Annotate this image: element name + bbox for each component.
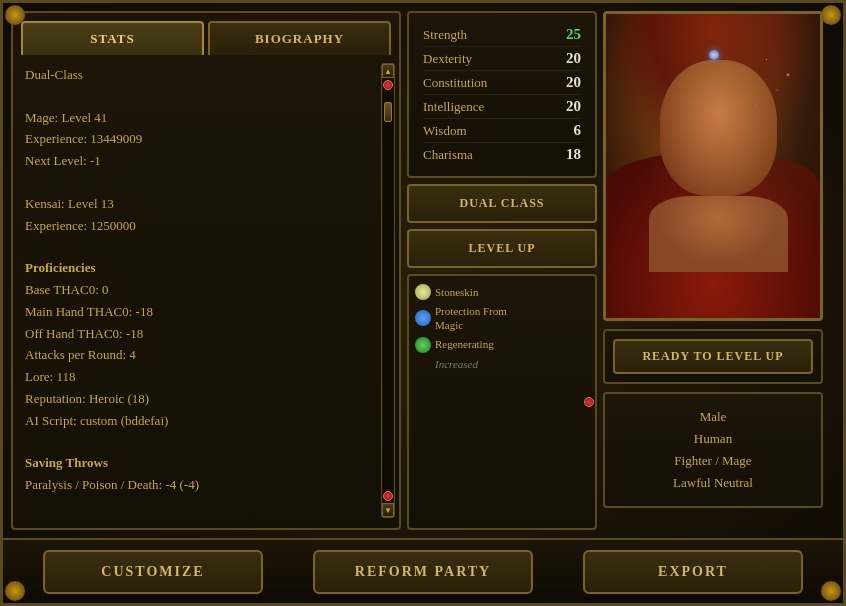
dexterity-label: Dexterity <box>423 51 472 67</box>
level-up-button[interactable]: LEVEL UP <box>407 229 597 268</box>
left-panel: STATS BIOGRAPHY Dual-Class Mage: Level 4… <box>11 11 401 530</box>
wisdom-value: 6 <box>551 122 581 139</box>
char-alignment: Lawful Neutral <box>617 472 809 494</box>
char-gender: Male <box>617 406 809 428</box>
para-save: Paralysis / Poison / Death: -4 (-4) <box>25 475 387 496</box>
regenerating-icon <box>415 337 431 353</box>
content-area: STATS BIOGRAPHY Dual-Class Mage: Level 4… <box>3 3 843 538</box>
stoneskin-icon <box>415 284 431 300</box>
wisdom-label: Wisdom <box>423 123 467 139</box>
scroll-up-arrow[interactable]: ▲ <box>382 64 394 78</box>
action-buttons: DUAL CLASS LEVEL UP <box>407 184 597 268</box>
dual-class-button[interactable]: DUAL CLASS <box>407 184 597 223</box>
reform-party-button[interactable]: REFORM PARTY <box>313 550 533 594</box>
kensai-level: Kensai: Level 13 <box>25 194 387 215</box>
stats-content: Dual-Class Mage: Level 41 Experience: 13… <box>13 55 399 528</box>
portrait-particles <box>606 14 820 318</box>
mage-level: Mage: Level 41 <box>25 108 387 129</box>
portrait-area <box>603 11 823 321</box>
attributes-box: Strength 25 Dexterity 20 Constitution 20… <box>407 11 597 178</box>
main-window: STATS BIOGRAPHY Dual-Class Mage: Level 4… <box>0 0 846 606</box>
bottom-bar: CUSTOMIZE REFORM PARTY EXPORT <box>3 538 843 603</box>
strength-row: Strength 25 <box>423 23 581 47</box>
ability-increased: Increased <box>415 355 575 373</box>
char-race: Human <box>617 428 809 450</box>
dual-class-label: Dual-Class <box>25 65 387 86</box>
abilities-box: Stoneskin Protection FromMagic Regenerat… <box>407 274 597 530</box>
base-thac0: Base THAC0: 0 <box>25 280 387 301</box>
ability-protection: Protection FromMagic <box>415 302 575 335</box>
dexterity-value: 20 <box>551 50 581 67</box>
kensai-exp: Experience: 1250000 <box>25 216 387 237</box>
strength-value: 25 <box>551 26 581 43</box>
tab-stats[interactable]: STATS <box>21 21 204 55</box>
protection-text: Protection FromMagic <box>435 304 507 333</box>
constitution-row: Constitution 20 <box>423 71 581 95</box>
intelligence-value: 20 <box>551 98 581 115</box>
char-info-box: Male Human Fighter / Mage Lawful Neutral <box>603 392 823 508</box>
reputation: Reputation: Heroic (18) <box>25 389 387 410</box>
scroll-top-gem <box>383 80 393 90</box>
charisma-label: Charisma <box>423 147 473 163</box>
corner-decoration-bl <box>5 581 25 601</box>
corner-decoration-br <box>821 581 841 601</box>
lore: Lore: 118 <box>25 367 387 388</box>
stats-scrollbar[interactable]: ▲ ▼ <box>381 63 395 518</box>
abilities-scroll-gem <box>584 397 594 407</box>
middle-panel: Strength 25 Dexterity 20 Constitution 20… <box>407 11 597 530</box>
intelligence-label: Intelligence <box>423 99 484 115</box>
mage-exp: Experience: 13449009 <box>25 129 387 150</box>
customize-button[interactable]: CUSTOMIZE <box>43 550 263 594</box>
scroll-track[interactable] <box>383 92 393 489</box>
charisma-value: 18 <box>551 146 581 163</box>
ready-to-levelup-button[interactable]: Ready to Level Up <box>613 339 813 374</box>
stoneskin-text: Stoneskin <box>435 285 478 299</box>
ability-regenerating: Regenerating <box>415 335 575 355</box>
intelligence-row: Intelligence 20 <box>423 95 581 119</box>
right-panel: Ready to Level Up Male Human Fighter / M… <box>603 11 823 530</box>
scroll-thumb[interactable] <box>384 102 392 122</box>
corner-decoration-tr <box>821 5 841 25</box>
constitution-value: 20 <box>551 74 581 91</box>
off-thac0: Off Hand THAC0: -18 <box>25 324 387 345</box>
scroll-down-arrow[interactable]: ▼ <box>382 503 394 517</box>
ability-stoneskin: Stoneskin <box>415 282 575 302</box>
export-button[interactable]: EXPORT <box>583 550 803 594</box>
portrait-canvas <box>606 14 820 318</box>
scroll-bottom-gem <box>383 491 393 501</box>
proficiencies-title: Proficiencies <box>25 258 387 279</box>
tab-biography[interactable]: BIOGRAPHY <box>208 21 391 55</box>
corner-decoration-tl <box>5 5 25 25</box>
constitution-label: Constitution <box>423 75 487 91</box>
level-up-area: Ready to Level Up <box>603 329 823 384</box>
strength-label: Strength <box>423 27 467 43</box>
increased-text: Increased <box>435 357 478 371</box>
main-thac0: Main Hand THAC0: -18 <box>25 302 387 323</box>
next-level: Next Level: -1 <box>25 151 387 172</box>
dexterity-row: Dexterity 20 <box>423 47 581 71</box>
tabs-row: STATS BIOGRAPHY <box>13 13 399 55</box>
attacks: Attacks per Round: 4 <box>25 345 387 366</box>
protection-icon <box>415 310 431 326</box>
regenerating-text: Regenerating <box>435 337 494 351</box>
charisma-row: Charisma 18 <box>423 143 581 166</box>
char-class: Fighter / Mage <box>617 450 809 472</box>
ai-script: AI Script: custom (bddefai) <box>25 411 387 432</box>
saving-throws-title: Saving Throws <box>25 453 387 474</box>
wisdom-row: Wisdom 6 <box>423 119 581 143</box>
